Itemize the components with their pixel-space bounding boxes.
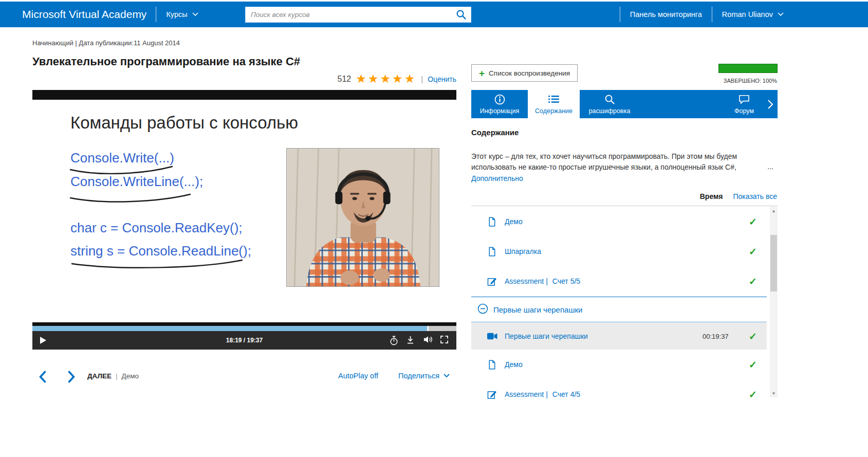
show-all-link[interactable]: Показать все — [733, 192, 777, 200]
search-box — [245, 7, 471, 23]
share-menu[interactable]: Поделиться — [398, 372, 450, 380]
courses-menu[interactable]: Курсы — [156, 2, 208, 27]
list-item-label: Шпаргалка — [505, 247, 541, 255]
volume-icon[interactable] — [423, 336, 433, 345]
download-icon[interactable] — [407, 336, 416, 345]
search-icon — [604, 94, 615, 105]
completed-check-icon: ✓ — [749, 359, 757, 371]
completed-check-icon: ✓ — [749, 216, 757, 228]
next-item-group: ДАЛЕЕ | Демо — [87, 372, 139, 380]
course-description: Этот курс – для тех, кто хочет научиться… — [471, 151, 778, 172]
document-icon — [487, 246, 497, 257]
list-item[interactable]: Assessment | Счет 4/5 ✓ — [471, 379, 767, 401]
tab-forum[interactable]: Форум — [725, 90, 763, 118]
video-icon — [487, 331, 497, 341]
video-surface[interactable]: Команды работы с консолью Console.Write(… — [32, 100, 456, 322]
list-item[interactable]: Демо ✓ — [471, 350, 767, 379]
scrollbar-up-arrow[interactable]: ▲ — [770, 207, 778, 215]
document-icon — [487, 359, 497, 370]
completed-check-icon: ✓ — [749, 331, 757, 342]
list-item-current[interactable]: Первые шаги черепашки 00:19:37 ✓ — [471, 323, 767, 350]
list-item-label: Assessment | — [505, 390, 548, 398]
tab-information[interactable]: Информация — [471, 90, 528, 118]
scrollbar-down-arrow[interactable]: ▼ — [770, 389, 778, 397]
next-button[interactable] — [67, 370, 76, 383]
forum-chat-icon — [738, 94, 750, 105]
next-item-title: Демо — [122, 372, 139, 380]
courses-menu-label: Курсы — [166, 10, 187, 19]
fullscreen-icon[interactable] — [440, 336, 450, 345]
course-main-column: Начинающий | Дата публикации:11 August 2… — [32, 36, 456, 427]
rating-divider: | — [421, 75, 423, 83]
list-section-header[interactable]: Первые шаги черепашки — [471, 297, 767, 322]
list-scrollbar[interactable]: ▲ ▼ — [770, 207, 778, 397]
section-header-label: Первые шаги черепашки — [493, 305, 582, 314]
course-sidebar: + Список воспроизведения ЗАВЕРШЕНО: 100%… — [471, 0, 778, 457]
playback-timer-icon[interactable] — [390, 336, 399, 345]
contents-list: Демо ✓ Шпаргалка ✓ — [471, 206, 778, 401]
course-description-text: Этот курс – для тех, кто хочет научиться… — [471, 152, 737, 171]
autoplay-toggle[interactable]: AutoPlay off — [338, 372, 378, 380]
slide-code-line: char c = Console.ReadKey(); — [70, 220, 243, 236]
add-playlist-label: Список воспроизведения — [489, 69, 570, 77]
previous-button[interactable] — [39, 370, 47, 383]
next-label: ДАЛЕЕ — [87, 372, 112, 380]
collapse-minus-icon — [477, 303, 488, 316]
search-icon[interactable] — [456, 9, 467, 20]
search-input[interactable] — [245, 7, 471, 23]
completed-check-icon: ✓ — [749, 276, 757, 287]
list-item-score: Счет 4/5 — [552, 390, 580, 398]
assessment-icon — [487, 276, 497, 286]
list-item-duration: 00:19:37 — [703, 333, 729, 340]
list-item-label: Первые шаги черепашки — [505, 332, 588, 340]
slide-code-line: string s = Console.ReadLine(); — [70, 243, 251, 259]
tab-transcript[interactable]: расшифровка — [580, 90, 639, 118]
letterbox-top — [32, 90, 456, 100]
share-label: Поделиться — [398, 372, 439, 380]
chevron-down-icon — [778, 12, 784, 16]
tab-forum-label: Форум — [734, 107, 754, 115]
list-item[interactable]: Демо ✓ — [471, 207, 767, 236]
list-header-row: Время Показать все — [700, 192, 777, 200]
list-item-label: Демо — [505, 217, 523, 226]
list-item[interactable]: Assessment | Счет 5/5 ✓ — [471, 266, 767, 296]
list-item-label: Assessment | — [505, 277, 548, 285]
star-rating-icons: ★★★★★ — [356, 73, 416, 85]
info-icon — [494, 94, 505, 105]
completion-progress-bar — [718, 64, 778, 73]
player-controls: 18:19 / 19:37 — [32, 331, 456, 350]
list-item[interactable]: Шпаргалка ✓ — [471, 236, 767, 266]
brand-logo[interactable]: Microsoft Virtual Academy — [22, 8, 146, 21]
tab-transcript-label: расшифровка — [589, 107, 631, 115]
chevron-down-icon — [192, 12, 198, 16]
completed-check-icon: ✓ — [749, 389, 757, 400]
completion-label: ЗАВЕРШЕНО: 100% — [724, 78, 777, 84]
contents-heading: Содержание — [471, 128, 519, 137]
document-icon — [487, 216, 497, 227]
plus-icon: + — [479, 68, 485, 78]
seek-bar[interactable] — [32, 326, 456, 331]
list-item-score: Счет 5/5 — [552, 277, 580, 285]
scrollbar-thumb[interactable] — [770, 235, 777, 291]
chevron-down-icon — [444, 374, 450, 378]
player-controls-right — [390, 336, 456, 345]
course-meta: Начинающий | Дата публикации:11 August 2… — [32, 39, 456, 47]
page: Microsoft Virtual Academy Курсы Панель м… — [0, 0, 868, 457]
sidebar-tabs: Информация Содержание — [471, 90, 778, 118]
tab-contents[interactable]: Содержание — [528, 90, 580, 118]
tab-information-label: Информация — [480, 107, 520, 115]
presenter-webcam-video — [286, 148, 439, 287]
description-ellipsis: ... — [767, 161, 773, 172]
rating-count: 512 — [337, 75, 351, 84]
player-navigation-row: ДАЛЕЕ | Демо AutoPlay off Поделиться — [32, 369, 456, 387]
progress-fill — [32, 326, 429, 331]
assessment-icon — [487, 389, 497, 399]
slide-code-line: Console.WriteLine(...); — [70, 174, 203, 190]
letterbox-bottom — [32, 322, 456, 326]
page-title: Увлекательное программирование на языке … — [32, 55, 456, 68]
tabs-scroll-right-button[interactable] — [763, 90, 778, 118]
list-item-label: Демо — [505, 360, 523, 369]
more-link[interactable]: Дополнительно — [471, 174, 523, 182]
add-playlist-button[interactable]: + Список воспроизведения — [471, 64, 578, 82]
rate-link[interactable]: Оценить — [428, 75, 456, 83]
